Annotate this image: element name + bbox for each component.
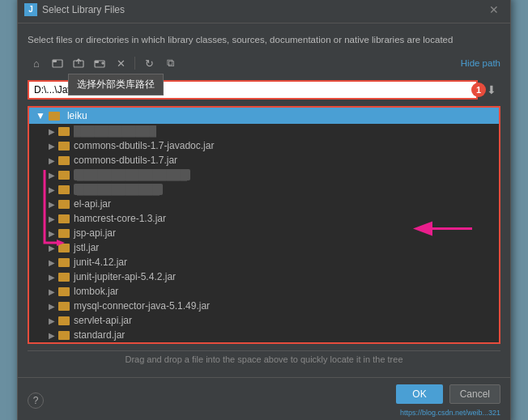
list-item[interactable]: ▶ ████████████ — [29, 124, 499, 138]
file-tree[interactable]: ▼ leiku ▶ ████████████ ▶ commons-dbutils… — [28, 106, 500, 344]
dialog-icon: J — [24, 3, 37, 16]
jar-icon — [58, 214, 70, 223]
jar-icon — [58, 156, 70, 165]
tree-wrapper: ▼ leiku ▶ ████████████ ▶ commons-dbutils… — [28, 106, 500, 344]
list-item[interactable]: ▶ jstl.jar — [29, 240, 499, 255]
ok-button[interactable]: OK — [396, 384, 442, 404]
home-button[interactable]: ⌂ — [28, 54, 45, 72]
status-bar: Drag and drop a file into the space abov… — [28, 350, 500, 367]
list-item[interactable]: ▶ standard.jar — [29, 328, 499, 342]
folder-up-button[interactable] — [70, 54, 87, 72]
dialog-body: Select files or directories in which lib… — [18, 23, 510, 377]
jar-icon — [58, 171, 70, 180]
tree-root-folder-icon — [49, 112, 60, 121]
copy-button[interactable]: ⧉ — [161, 54, 179, 72]
jar-icon — [58, 331, 70, 340]
tree-root-label: leiku — [67, 110, 87, 121]
list-item[interactable]: ▶ lombok.jar — [29, 284, 499, 299]
new-folder-button[interactable] — [49, 54, 66, 72]
title-bar: J Select Library Files ✕ — [18, 0, 510, 23]
list-item[interactable]: ▶ hamcrest-core-1.3.jar — [29, 211, 499, 226]
jar-icon — [58, 127, 70, 136]
jar-icon — [58, 302, 70, 311]
list-item[interactable]: ▶ commons-dbutils-1.7-javadoc.jar — [29, 138, 499, 153]
list-item[interactable]: ▶ junit-jupiter-api-5.4.2.jar — [29, 269, 499, 284]
list-item[interactable]: ▶ el-api.jar — [29, 197, 499, 211]
list-item[interactable]: ▶ ████████████████ — [29, 168, 499, 182]
hide-path-link[interactable]: Hide path — [461, 58, 500, 68]
path-row: 1 选择外部类库路径 ⬇ — [28, 80, 500, 100]
jar-icon — [58, 273, 70, 282]
dialog-footer: ? OK Cancel https://blog.csdn.net/weib..… — [18, 377, 510, 420]
footer-right: OK Cancel https://blog.csdn.net/weib...3… — [396, 384, 500, 417]
jar-icon — [58, 258, 70, 267]
jar-icon — [58, 200, 70, 209]
close-button[interactable]: ✕ — [484, 2, 504, 18]
jar-icon — [58, 185, 70, 194]
path-input-wrapper: 1 选择外部类库路径 — [28, 80, 478, 100]
jar-icon — [58, 142, 70, 151]
folder-nav-button[interactable] — [91, 54, 109, 72]
jar-icon — [58, 244, 70, 252]
jar-icon — [58, 229, 70, 238]
toolbar-separator — [134, 57, 135, 70]
step-badge: 1 — [471, 83, 486, 97]
list-item[interactable]: ▶ commons-dbutils-1.7.jar — [29, 153, 499, 168]
status-text: Drag and drop a file into the space abov… — [125, 354, 402, 364]
footer-buttons: OK Cancel — [396, 384, 500, 404]
tree-root-arrow: ▼ — [36, 110, 45, 121]
list-item[interactable]: ▶ jsp-api.jar — [29, 226, 499, 240]
watermark: https://blog.csdn.net/weib...321 — [400, 409, 500, 417]
list-item[interactable]: ▶ mysql-connector-java-5.1.49.jar — [29, 299, 499, 313]
svg-rect-4 — [95, 61, 99, 63]
title-bar-left: J Select Library Files — [24, 3, 125, 16]
select-library-dialog: J Select Library Files ✕ Select files or… — [17, 0, 511, 420]
help-button[interactable]: ? — [28, 392, 44, 409]
description-text: Select files or directories in which lib… — [28, 33, 500, 46]
toolbar: ⌂ ✕ ↻ ⧉ Hide path — [28, 53, 500, 74]
dialog-title: Select Library Files — [42, 4, 125, 15]
refresh-button[interactable]: ↻ — [140, 54, 158, 72]
tooltip: 选择外部类库路径 — [68, 74, 164, 95]
tree-root-item[interactable]: ▼ leiku — [29, 108, 499, 124]
jar-icon — [58, 316, 70, 325]
list-item[interactable]: ▶ junit-4.12.jar — [29, 255, 499, 269]
jar-icon — [58, 287, 70, 296]
cancel-button[interactable]: Cancel — [449, 384, 500, 404]
svg-rect-1 — [53, 60, 57, 62]
list-item[interactable]: ▶ servlet-api.jar — [29, 313, 499, 328]
list-item[interactable]: ▶ ████████████ — [29, 182, 499, 197]
delete-button[interactable]: ✕ — [112, 54, 130, 72]
